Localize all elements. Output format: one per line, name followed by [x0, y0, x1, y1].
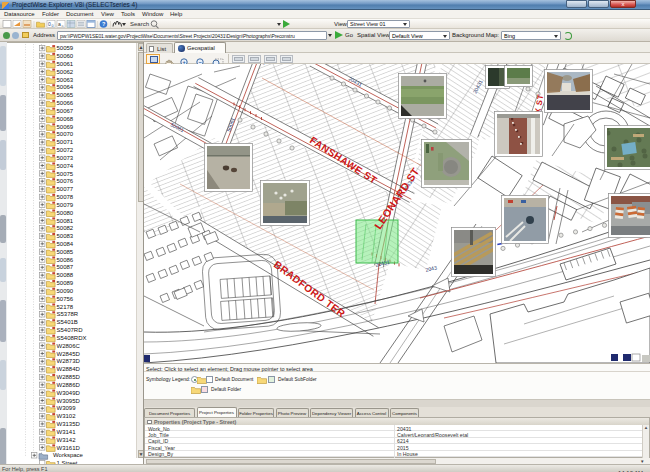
svg-text:50062: 50062 [57, 69, 74, 75]
svg-text:W2885D: W2885D [57, 374, 81, 380]
svg-text:W2806C: W2806C [57, 343, 81, 349]
svg-text:50075: 50075 [57, 171, 74, 177]
svg-text:W3161D: W3161D [57, 445, 81, 451]
svg-text:W3095D: W3095D [57, 398, 81, 404]
svg-text:W2873D: W2873D [57, 358, 81, 364]
svg-text:50072: 50072 [57, 147, 74, 153]
svg-text:W3142: W3142 [57, 437, 77, 443]
svg-text:0: 0 [52, 24, 54, 28]
svg-text:50089: 50089 [57, 280, 74, 286]
svg-text:50065: 50065 [57, 92, 74, 98]
svg-text:50082: 50082 [57, 225, 74, 231]
svg-text:50073: 50073 [57, 155, 74, 161]
svg-text:50090: 50090 [57, 288, 74, 294]
svg-text:50078: 50078 [57, 194, 74, 200]
svg-text:W2845D: W2845D [57, 351, 81, 357]
svg-text:a: a [62, 24, 64, 28]
svg-text:S5408RDX: S5408RDX [57, 335, 87, 341]
svg-text:S5378R: S5378R [57, 311, 79, 317]
svg-text:50066: 50066 [57, 100, 74, 106]
svg-text:50083: 50083 [57, 233, 74, 239]
svg-text:50081: 50081 [57, 218, 74, 224]
svg-text:52178: 52178 [57, 304, 74, 310]
svg-text:S5407RD: S5407RD [57, 327, 84, 333]
svg-text:50063: 50063 [57, 77, 74, 83]
svg-text:50756: 50756 [57, 296, 74, 302]
svg-text:W2886D: W2886D [57, 382, 81, 388]
svg-text:50060: 50060 [57, 53, 74, 59]
svg-text:50064: 50064 [57, 84, 74, 90]
svg-text:W3102: W3102 [57, 413, 77, 419]
svg-text:50077: 50077 [57, 186, 74, 192]
svg-text:50068: 50068 [57, 116, 74, 122]
svg-text:W3099: W3099 [57, 405, 77, 411]
svg-text:W3049D: W3049D [57, 390, 81, 396]
svg-text:50061: 50061 [57, 61, 74, 67]
svg-text:W3141: W3141 [57, 429, 77, 435]
svg-text:S5401B: S5401B [57, 319, 78, 325]
svg-text:50074: 50074 [57, 163, 74, 169]
svg-text:50059: 50059 [57, 45, 74, 51]
svg-text:50087: 50087 [57, 264, 74, 270]
svg-text:50088: 50088 [57, 272, 74, 278]
svg-text:50084: 50084 [57, 241, 74, 247]
svg-text:50070: 50070 [57, 131, 74, 137]
svg-text:50080: 50080 [57, 210, 74, 216]
svg-text:50069: 50069 [57, 124, 74, 130]
svg-text:50086: 50086 [57, 257, 74, 263]
svg-text:50076: 50076 [57, 178, 74, 184]
svg-text:50071: 50071 [57, 139, 74, 145]
svg-text:50079: 50079 [57, 202, 74, 208]
svg-text:W2884D: W2884D [57, 366, 81, 372]
svg-text:W3135D: W3135D [57, 421, 81, 427]
svg-text:Workspace: Workspace [53, 452, 84, 458]
svg-text:50085: 50085 [57, 249, 74, 255]
svg-text:50067: 50067 [57, 108, 74, 114]
